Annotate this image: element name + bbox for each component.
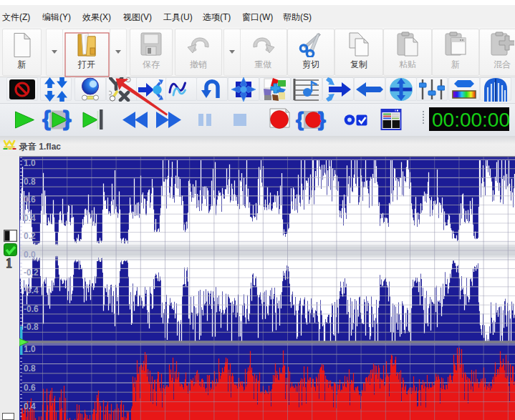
svg-text:1.0: 1.0 xyxy=(24,344,36,354)
svg-text:0.8: 0.8 xyxy=(24,363,36,373)
svg-text:0.2: 0.2 xyxy=(24,231,36,241)
svg-text:-0.2: -0.2 xyxy=(24,268,39,278)
svg-text:0.0: 0.0 xyxy=(24,250,36,260)
svg-text:-0.6: -0.6 xyxy=(24,304,39,314)
svg-text:0.4: 0.4 xyxy=(24,401,36,411)
svg-text:0.6: 0.6 xyxy=(24,383,36,393)
svg-text:-0.4: -0.4 xyxy=(24,285,39,296)
svg-text:0.4: 0.4 xyxy=(24,213,36,223)
svg-text:-0.8: -0.8 xyxy=(24,322,39,332)
